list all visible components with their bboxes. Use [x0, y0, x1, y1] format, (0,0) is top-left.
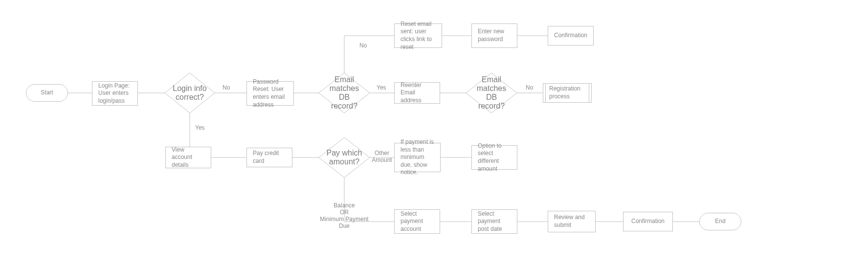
pay-which-decision: Pay which amount? [319, 137, 370, 178]
edge-no-1: No [223, 84, 230, 91]
email-match-2-label: Email matches DB record? [466, 73, 517, 113]
option-different-amount-label: Option to select different amount [478, 142, 511, 173]
login-correct-decision: Login info correct? [165, 73, 215, 113]
edge-yes-2: Yes [377, 84, 386, 91]
edge-other-amount: Other Amount [370, 150, 394, 163]
select-post-date-label: Select payment post date [478, 210, 511, 233]
reset-email-process: Reset email sent: user clicks link to re… [394, 23, 442, 48]
password-reset-process: Password Reset: User enters email addres… [246, 81, 294, 106]
end-label: End [715, 218, 725, 225]
enter-new-password-label: Enter new password [478, 28, 511, 43]
edge-no-3: No [526, 84, 533, 91]
enter-new-password-process: Enter new password [471, 23, 517, 48]
password-reset-label: Password Reset: User enters email addres… [253, 78, 288, 109]
end-terminator: End [699, 213, 741, 230]
payment-notice-label: If payment is less than minimum due, sho… [401, 138, 434, 177]
registration-label: Registration process [543, 85, 591, 100]
select-payment-account-label: Select payment account [401, 210, 434, 233]
reset-email-label: Reset email sent: user clicks link to re… [401, 21, 436, 51]
email-match-2-decision: Email matches DB record? [466, 73, 517, 113]
pay-which-label: Pay which amount? [319, 137, 370, 178]
pay-credit-card-label: Pay credit card [253, 150, 286, 165]
edge-balance-min: Balance OR Minimum Payment Due [317, 202, 371, 229]
select-post-date-process: Select payment post date [471, 209, 517, 234]
edge-yes-1: Yes [195, 124, 205, 131]
confirmation-2-label: Confirmation [631, 218, 665, 225]
confirmation-1-process: Confirmation [548, 26, 594, 45]
login-correct-label: Login info correct? [165, 73, 215, 113]
email-match-1-decision: Email matches DB record? [319, 73, 370, 113]
review-submit-process: Review and submit [548, 211, 596, 232]
edge-no-2: No [359, 42, 367, 49]
confirmation-1-label: Confirmation [554, 32, 587, 40]
flowchart-canvas: Start Login Page: User enters login/pass… [0, 0, 868, 269]
pay-credit-card-process: Pay credit card [246, 148, 292, 167]
login-page-label: Login Page: User enters login/pass [98, 82, 132, 105]
reenter-email-label: Reenter Email address [401, 82, 434, 105]
registration-predefined-process: Registration process [543, 83, 592, 103]
confirmation-2-process: Confirmation [623, 212, 673, 231]
start-terminator: Start [26, 84, 68, 102]
reenter-email-process: Reenter Email address [394, 82, 440, 104]
email-match-1-label: Email matches DB record? [319, 73, 370, 113]
payment-notice-process: If payment is less than minimum due, sho… [394, 143, 441, 172]
start-label: Start [41, 89, 53, 97]
view-account-process: View account details [165, 147, 211, 168]
select-payment-account-process: Select payment account [394, 209, 440, 234]
review-submit-label: Review and submit [554, 214, 589, 229]
view-account-label: View account details [172, 146, 205, 169]
option-different-amount-process: Option to select different amount [471, 145, 517, 170]
login-page-process: Login Page: User enters login/pass [92, 81, 138, 106]
